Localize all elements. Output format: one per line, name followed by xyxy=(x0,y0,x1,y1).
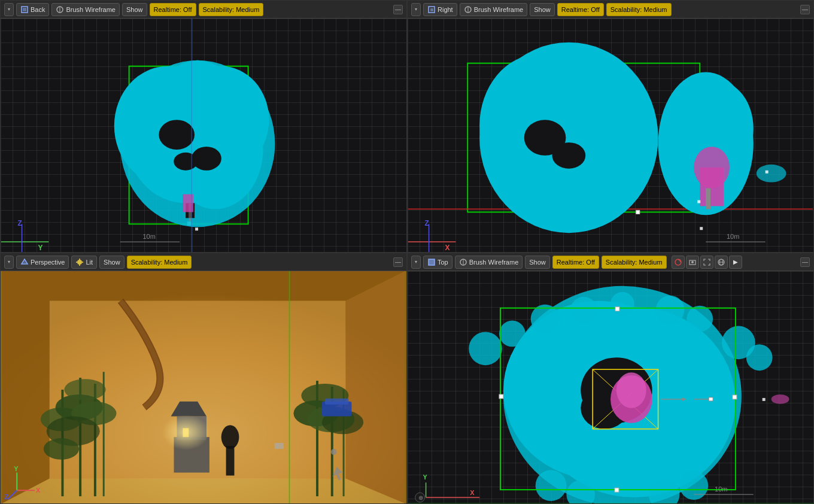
perspective-minimize-btn[interactable]: — xyxy=(393,257,403,267)
brush-wireframe-icon xyxy=(56,5,64,14)
svg-point-48 xyxy=(757,165,786,183)
top-scalability-btn[interactable]: Scalability: Medium xyxy=(602,256,667,269)
perspective-show-label: Show xyxy=(104,259,120,266)
right-icon xyxy=(427,5,436,14)
viewport-back: ▾ Back Brush Wireframe Show Realtime: O xyxy=(0,0,407,253)
svg-text:X: X xyxy=(445,244,449,252)
back-realtime-label: Realtime: Off xyxy=(154,6,192,13)
svg-rect-157 xyxy=(709,397,713,401)
svg-rect-35 xyxy=(636,210,640,214)
perspective-icon xyxy=(20,258,29,266)
right-minimize-btn[interactable]: — xyxy=(800,5,810,14)
back-scalability-btn[interactable]: Scalability: Medium xyxy=(199,3,264,16)
svg-point-130 xyxy=(746,344,773,371)
svg-text:10m: 10m xyxy=(715,485,727,493)
viewport-top: ▾ Top Brush Wireframe Show Realtime: Of xyxy=(407,253,814,504)
top-content: ⊕ X Y 10m xyxy=(408,271,813,503)
perspective-dropdown[interactable]: ▾ xyxy=(4,256,14,269)
top-scalability-label: Scalability: Medium xyxy=(606,259,663,266)
back-mode-label: Brush Wireframe xyxy=(66,6,116,13)
top-icon-3[interactable] xyxy=(700,256,713,269)
right-scalability-btn[interactable]: Scalability: Medium xyxy=(606,3,672,16)
svg-point-76 xyxy=(221,425,239,449)
top-extra-icons: ▶ xyxy=(672,256,742,269)
svg-rect-1 xyxy=(23,8,26,11)
svg-point-99 xyxy=(331,449,337,455)
svg-point-138 xyxy=(687,306,713,332)
svg-point-61 xyxy=(77,260,82,265)
top-minimize-btn[interactable]: — xyxy=(800,257,810,267)
right-mode-label: Brush Wireframe xyxy=(474,6,524,13)
svg-point-86 xyxy=(44,438,79,460)
svg-text:Y: Y xyxy=(38,244,42,252)
cinema-icon xyxy=(688,258,697,266)
top-dropdown[interactable]: ▾ xyxy=(411,256,421,269)
right-show-label: Show xyxy=(534,6,551,13)
perspective-content: X Y Z xyxy=(1,271,406,503)
perspective-scalability-btn[interactable]: Scalability: Medium xyxy=(127,256,192,269)
viewport-perspective: ▾ Perspective Lit Show xyxy=(0,253,407,504)
svg-point-41 xyxy=(552,142,586,169)
svg-point-143 xyxy=(679,471,708,500)
svg-text:⊕: ⊕ xyxy=(418,494,423,501)
svg-rect-77 xyxy=(226,446,235,475)
top-realtime-btn[interactable]: Realtime: Off xyxy=(552,256,599,269)
svg-text:Z: Z xyxy=(4,493,8,500)
svg-rect-29 xyxy=(430,8,433,11)
back-dropdown[interactable]: ▾ xyxy=(4,3,14,16)
svg-point-140 xyxy=(536,470,567,501)
back-realtime-btn[interactable]: Realtime: Off xyxy=(150,3,196,16)
back-mode-btn[interactable]: Brush Wireframe xyxy=(51,3,120,16)
svg-rect-58 xyxy=(700,227,703,230)
svg-text:Y: Y xyxy=(14,465,19,472)
svg-marker-68 xyxy=(2,271,49,503)
svg-text:X: X xyxy=(36,487,41,494)
svg-rect-147 xyxy=(615,488,619,492)
back-show-label: Show xyxy=(126,6,143,13)
top-icon-1[interactable] xyxy=(672,256,685,269)
right-dropdown[interactable]: ▾ xyxy=(411,3,421,16)
svg-text:X: X xyxy=(470,489,475,496)
top-brush-icon xyxy=(459,258,467,266)
back-scalability-label: Scalability: Medium xyxy=(203,6,260,13)
back-label: Back xyxy=(31,6,45,13)
svg-rect-57 xyxy=(697,200,700,203)
perspective-label: Perspective xyxy=(31,259,65,266)
perspective-show-btn[interactable]: Show xyxy=(99,256,124,269)
svg-point-127 xyxy=(469,332,502,365)
svg-point-153 xyxy=(616,372,646,408)
back-view-btn[interactable]: Back xyxy=(16,3,49,16)
globe-icon xyxy=(717,258,725,266)
svg-rect-158 xyxy=(763,398,766,401)
svg-rect-27 xyxy=(195,227,198,230)
top-mode-btn[interactable]: Brush Wireframe xyxy=(455,256,523,269)
svg-point-113 xyxy=(691,261,694,263)
top-show-btn[interactable]: Show xyxy=(525,256,550,269)
viewport-grid: ▾ Back Brush Wireframe Show Realtime: O xyxy=(0,0,814,504)
right-view-btn[interactable]: Right xyxy=(423,3,457,16)
perspective-mode-label: Lit xyxy=(86,259,93,266)
top-label: Top xyxy=(438,259,448,266)
svg-rect-146 xyxy=(733,395,737,399)
perspective-scalability-label: Scalability: Medium xyxy=(131,259,188,266)
top-realtime-label: Realtime: Off xyxy=(557,259,595,266)
rotate-icon xyxy=(674,258,682,266)
perspective-mode-btn[interactable]: Lit xyxy=(71,256,97,269)
svg-point-135 xyxy=(531,305,560,333)
right-show-btn[interactable]: Show xyxy=(530,3,555,16)
perspective-toolbar: ▾ Perspective Lit Show xyxy=(1,253,406,271)
top-icon-globe[interactable] xyxy=(715,256,728,269)
back-show-btn[interactable]: Show xyxy=(122,3,147,16)
right-realtime-btn[interactable]: Realtime: Off xyxy=(557,3,604,16)
top-icon-more[interactable]: ▶ xyxy=(729,256,742,269)
back-minimize-btn[interactable]: — xyxy=(393,5,403,14)
top-view-btn[interactable]: Top xyxy=(423,256,452,269)
right-brush-icon xyxy=(464,5,472,14)
right-mode-btn[interactable]: Brush Wireframe xyxy=(460,3,528,16)
svg-point-159 xyxy=(772,394,789,404)
svg-rect-47 xyxy=(706,189,710,210)
right-label: Right xyxy=(438,6,453,13)
perspective-view-btn[interactable]: Perspective xyxy=(16,256,69,269)
top-icon-2[interactable] xyxy=(686,256,699,269)
svg-text:Z: Z xyxy=(425,219,429,227)
